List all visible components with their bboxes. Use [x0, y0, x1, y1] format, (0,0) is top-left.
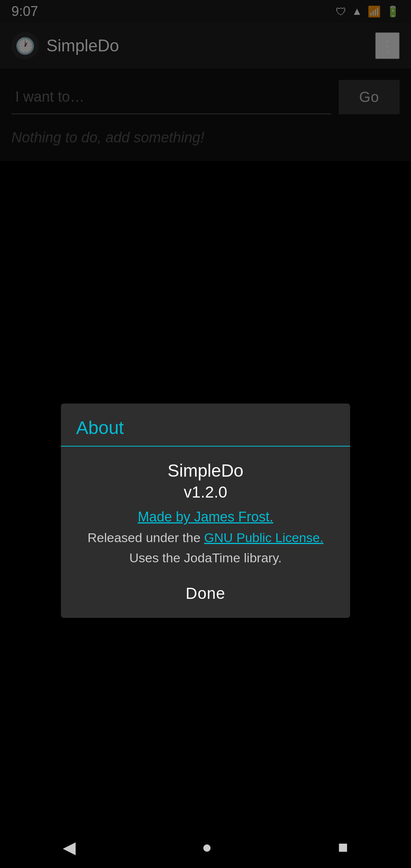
dialog-made-by-link[interactable]: Made by James Frost. [76, 509, 335, 525]
dialog-uses-line: Uses the JodaTime library. [76, 550, 335, 565]
dialog-header: About [61, 404, 350, 447]
recents-button[interactable]: ■ [327, 832, 360, 862]
nav-bar: ◀ ● ■ [0, 826, 411, 868]
dialog-body: SimpleDo v1.2.0 Made by James Frost. Rel… [61, 447, 350, 573]
dialog-app-name: SimpleDo [76, 460, 335, 481]
done-button[interactable]: Done [170, 577, 241, 610]
about-dialog: About SimpleDo v1.2.0 Made by James Fros… [61, 404, 350, 618]
dialog-license-text: Released under the [88, 530, 201, 545]
back-button[interactable]: ◀ [51, 832, 87, 862]
home-button[interactable]: ● [190, 832, 223, 862]
dialog-title: About [76, 418, 124, 438]
dialog-license-line: Released under the GNU Public License. [76, 530, 335, 545]
dialog-footer: Done [61, 573, 350, 618]
dialog-version: v1.2.0 [76, 483, 335, 501]
dialog-license-link[interactable]: GNU Public License. [204, 530, 323, 545]
